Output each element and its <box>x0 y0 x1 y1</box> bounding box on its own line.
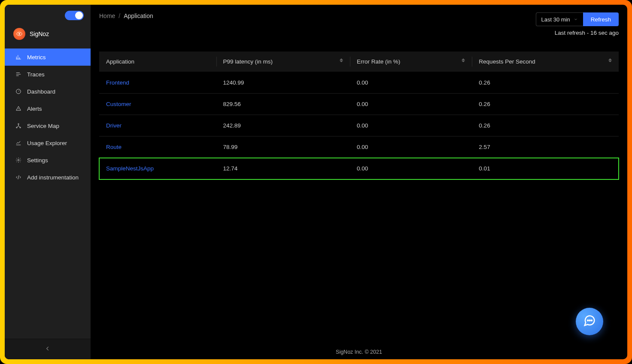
rps-cell: 0.26 <box>472 115 619 136</box>
sidebar: SigNoz Metrics Traces Dashboard Alerts <box>5 5 91 359</box>
alert-icon <box>15 105 22 112</box>
application-link[interactable]: Customer <box>106 101 131 107</box>
p99-cell: 829.56 <box>216 94 350 115</box>
breadcrumb-home[interactable]: Home <box>99 12 115 19</box>
brand-name: SigNoz <box>30 30 49 37</box>
column-label: Application <box>106 58 134 65</box>
sidebar-item-metrics[interactable]: Metrics <box>5 49 91 66</box>
sort-icon <box>462 58 465 62</box>
svg-point-2 <box>18 124 19 124</box>
time-range-value: Last 30 min <box>541 16 570 23</box>
error-rate-cell: 0.00 <box>350 136 472 158</box>
brand-logo-icon <box>13 28 25 40</box>
svg-point-7 <box>589 320 590 321</box>
sidebar-item-service-map[interactable]: Service Map <box>5 117 91 134</box>
sidebar-item-add-instrumentation[interactable]: Add instrumentation <box>5 169 91 186</box>
p99-cell: 12.74 <box>216 158 350 179</box>
table-column-header: Application <box>99 52 216 72</box>
breadcrumb-separator: / <box>118 12 120 19</box>
applications-table: ApplicationP99 latency (in ms)Error Rate… <box>99 52 619 179</box>
column-label: P99 latency (in ms) <box>223 58 273 65</box>
table-column-header[interactable]: P99 latency (in ms) <box>216 52 350 72</box>
api-icon <box>15 174 22 181</box>
sidebar-item-label: Metrics <box>27 54 46 61</box>
breadcrumbs: Home / Application <box>99 12 153 19</box>
gear-icon <box>15 157 22 164</box>
chevron-down-icon <box>574 16 578 23</box>
sidebar-item-alerts[interactable]: Alerts <box>5 100 91 117</box>
application-link[interactable]: Route <box>106 144 122 150</box>
error-rate-cell: 0.00 <box>350 115 472 136</box>
p99-cell: 242.89 <box>216 115 350 136</box>
breadcrumb-current: Application <box>124 12 153 19</box>
sidebar-item-dashboard[interactable]: Dashboard <box>5 83 91 100</box>
sort-icon <box>608 58 612 62</box>
sidebar-item-label: Add instrumentation <box>27 174 79 181</box>
error-rate-cell: 0.00 <box>350 158 472 179</box>
sidebar-item-traces[interactable]: Traces <box>5 66 91 83</box>
gauge-icon <box>15 88 22 95</box>
chevron-left-icon <box>45 346 51 353</box>
line-chart-icon <box>15 140 22 146</box>
sidebar-item-label: Alerts <box>27 106 42 112</box>
sidebar-item-settings[interactable]: Settings <box>5 152 91 169</box>
p99-cell: 78.99 <box>216 136 350 158</box>
nav: Metrics Traces Dashboard Alerts Service … <box>5 49 91 186</box>
svg-point-6 <box>587 320 588 321</box>
bar-chart-icon <box>15 54 22 61</box>
rps-cell: 0.26 <box>472 72 619 94</box>
content: ApplicationP99 latency (in ms)Error Rate… <box>91 36 627 179</box>
brand[interactable]: SigNoz <box>5 24 91 49</box>
svg-point-0 <box>18 33 20 34</box>
sidebar-item-label: Service Map <box>27 123 59 129</box>
footer: SigNoz Inc. © 2021 <box>91 349 627 355</box>
p99-cell: 1240.99 <box>216 72 350 94</box>
align-left-icon <box>15 71 22 78</box>
last-refresh-text: Last refresh - 16 sec ago <box>555 30 619 36</box>
chat-widget[interactable] <box>576 308 603 335</box>
column-label: Error Rate (in %) <box>357 58 400 65</box>
theme-toggle[interactable] <box>65 11 84 20</box>
sort-icon <box>340 58 343 62</box>
table-row: SampleNestJsApp12.740.000.01 <box>99 158 619 179</box>
time-range-select[interactable]: Last 30 min <box>536 12 583 26</box>
network-icon <box>15 122 22 129</box>
chat-icon <box>583 314 596 329</box>
svg-point-8 <box>591 320 592 321</box>
application-link[interactable]: SampleNestJsApp <box>106 165 154 172</box>
table-column-header[interactable]: Error Rate (in %) <box>350 52 472 72</box>
table-row: Route78.990.002.57 <box>99 136 619 158</box>
sidebar-item-label: Usage Explorer <box>27 140 67 146</box>
rps-cell: 2.57 <box>472 136 619 158</box>
error-rate-cell: 0.00 <box>350 72 472 94</box>
application-link[interactable]: Driver <box>106 122 122 129</box>
sidebar-item-label: Traces <box>27 71 45 78</box>
column-label: Requests Per Second <box>479 58 535 65</box>
main: Home / Application Last 30 min Refresh L… <box>91 5 627 359</box>
table-column-header[interactable]: Requests Per Second <box>472 52 619 72</box>
table-header-row: ApplicationP99 latency (in ms)Error Rate… <box>99 52 619 72</box>
rps-cell: 0.26 <box>472 94 619 115</box>
sidebar-item-label: Dashboard <box>27 88 55 95</box>
refresh-button[interactable]: Refresh <box>583 12 619 26</box>
table-row: Frontend1240.990.000.26 <box>99 72 619 94</box>
sidebar-collapse[interactable] <box>5 339 91 359</box>
table-row: Driver242.890.000.26 <box>99 115 619 136</box>
rps-cell: 0.01 <box>472 158 619 179</box>
svg-point-5 <box>18 159 19 161</box>
table-row: Customer829.560.000.26 <box>99 94 619 115</box>
application-link[interactable]: Frontend <box>106 79 129 86</box>
topbar: Home / Application Last 30 min Refresh L… <box>91 5 627 36</box>
error-rate-cell: 0.00 <box>350 94 472 115</box>
sidebar-item-label: Settings <box>27 157 48 164</box>
sidebar-item-usage-explorer[interactable]: Usage Explorer <box>5 134 91 152</box>
